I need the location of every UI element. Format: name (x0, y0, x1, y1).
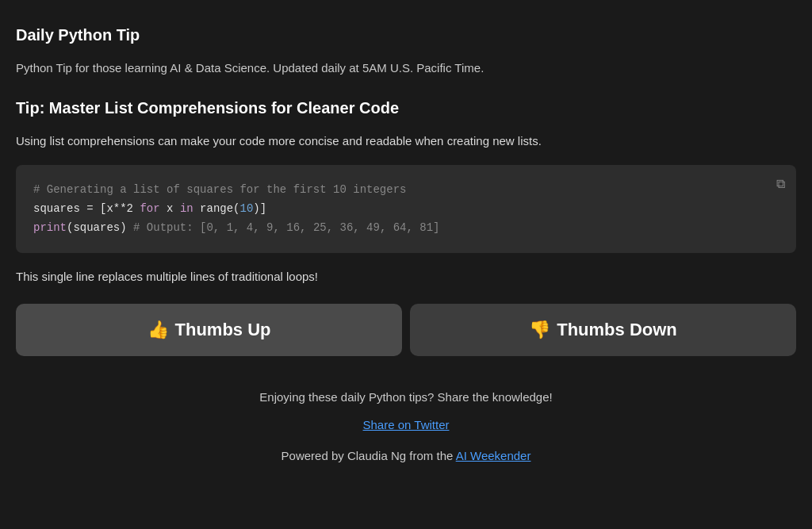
code-range-text: range( (193, 202, 240, 215)
share-section: Enjoying these daily Python tips? Share … (16, 388, 796, 466)
tip-description: Using list comprehensions can make your … (16, 132, 796, 151)
thumbs-down-button[interactable]: 👎 Thumbs Down (410, 304, 796, 356)
code-line-3: print(squares) # Output: [0, 1, 4, 9, 16… (33, 219, 779, 238)
tip-footer-text: This single line replaces multiple lines… (16, 267, 796, 286)
code-print-arg: (squares) (67, 221, 127, 234)
code-x: x (160, 202, 180, 215)
code-block: ⧉ # Generating a list of squares for the… (16, 165, 796, 253)
thumbs-up-label: Thumbs Up (175, 320, 271, 340)
code-var: squares (33, 202, 80, 215)
app-title: Daily Python Tip (16, 22, 796, 48)
copy-icon[interactable]: ⧉ (776, 174, 785, 196)
share-prompt: Enjoying these daily Python tips? Share … (16, 388, 796, 407)
thumbs-down-emoji: 👎 (529, 320, 550, 340)
thumbs-up-emoji: 👍 (147, 320, 169, 340)
thumbs-up-button[interactable]: 👍 Thumbs Up (16, 304, 402, 356)
tip-heading: Tip: Master List Comprehensions for Clea… (16, 95, 796, 121)
app-subtitle: Python Tip for those learning AI & Data … (16, 59, 796, 78)
code-num: 10 (240, 202, 254, 215)
code-assign: = [x**2 (80, 202, 140, 215)
code-line-2: squares = [x**2 for x in range(10)] (33, 200, 779, 219)
code-comment-2: # Output: [0, 1, 4, 9, 16, 25, 36, 49, 6… (127, 221, 440, 234)
ai-weekender-link[interactable]: AI Weekender (456, 449, 531, 462)
code-comment-1: # Generating a list of squares for the f… (33, 183, 406, 196)
code-print: print (33, 221, 67, 234)
code-for: for (140, 202, 159, 215)
code-in: in (180, 202, 193, 215)
powered-by-text: Powered by Claudia Ng from the AI Weeken… (282, 449, 531, 462)
code-close: )] (253, 202, 266, 215)
twitter-share-link[interactable]: Share on Twitter (363, 416, 450, 435)
thumbs-down-label: Thumbs Down (557, 320, 677, 340)
code-line-1: # Generating a list of squares for the f… (33, 181, 779, 200)
vote-buttons: 👍 Thumbs Up 👎 Thumbs Down (16, 304, 796, 356)
powered-by-prefix: Powered by Claudia Ng from the (282, 449, 456, 462)
